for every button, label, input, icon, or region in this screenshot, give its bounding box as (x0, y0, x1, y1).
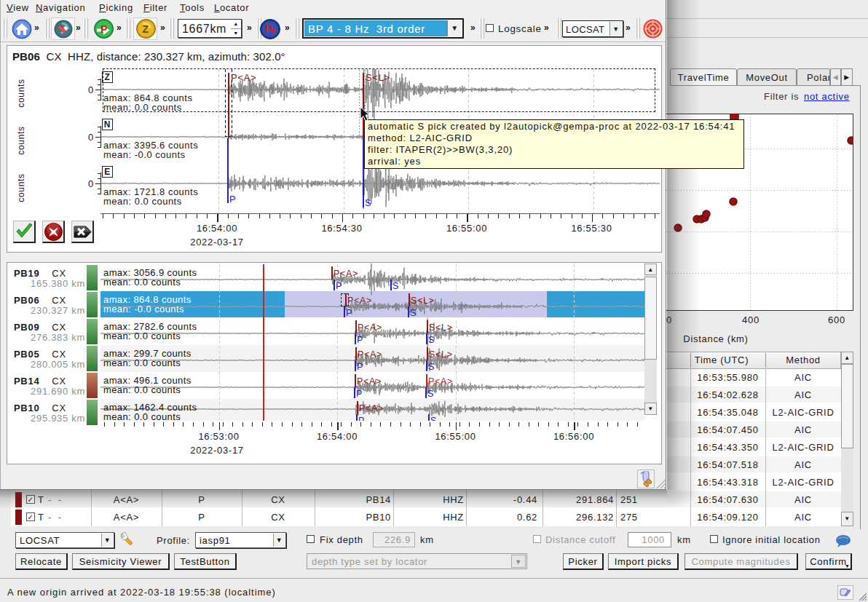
svg-text:Z: Z (143, 23, 149, 35)
svg-text:P: P (100, 23, 108, 35)
svg-text:P: P (265, 23, 273, 36)
